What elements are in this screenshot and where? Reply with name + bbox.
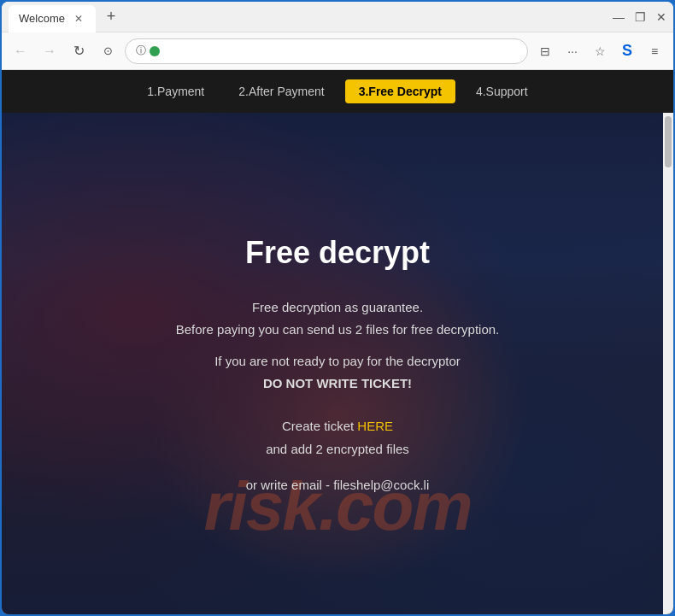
title-bar: Welcome ✕ + — ❐ ✕ — [2, 2, 673, 32]
forward-button[interactable]: → — [38, 39, 62, 63]
main-area: risk.com Free decrypt Free decryption as… — [2, 113, 673, 614]
home-button[interactable]: ⊙ — [96, 39, 120, 63]
ticket-here-link[interactable]: HERE — [357, 419, 393, 433]
page-content: 1.Payment 2.After Payment 3.Free Decrypt… — [2, 70, 673, 614]
menu-icon: ≡ — [651, 44, 658, 58]
info-icon: ⓘ — [136, 44, 146, 58]
email-line: or write email - fileshelp@cock.li — [176, 478, 500, 492]
more-icon: ··· — [567, 44, 578, 58]
new-tab-button[interactable]: + — [99, 5, 123, 29]
account-button[interactable]: S — [615, 39, 639, 63]
account-icon: S — [622, 42, 632, 60]
browser-tab[interactable]: Welcome ✕ — [9, 5, 96, 32]
site-nav: 1.Payment 2.After Payment 3.Free Decrypt… — [2, 70, 673, 113]
back-button[interactable]: ← — [9, 39, 32, 63]
ticket-section: Create ticket HERE and add 2 encrypted f… — [176, 414, 500, 461]
reload-icon: ↻ — [73, 43, 85, 59]
home-icon: ⊙ — [103, 44, 113, 57]
menu-button[interactable]: ≡ — [643, 39, 666, 63]
add-files-line: and add 2 encrypted files — [176, 437, 500, 461]
scrollbar[interactable] — [663, 113, 673, 614]
tab-close-button[interactable]: ✕ — [72, 12, 85, 26]
minimize-button[interactable]: — — [613, 10, 625, 24]
reader-icon: ⊟ — [540, 44, 550, 58]
bookmark-button[interactable]: ☆ — [588, 39, 612, 63]
address-input[interactable] — [165, 44, 517, 57]
nav-support[interactable]: 4.Support — [462, 79, 542, 103]
security-dot — [150, 46, 160, 56]
warning-text: If you are not ready to pay for the decr… — [176, 350, 500, 394]
nav-payment[interactable]: 1.Payment — [133, 79, 218, 103]
browser-window: Welcome ✕ + — ❐ ✕ ← → ↻ ⊙ ⓘ — [2, 2, 673, 614]
more-tools-button[interactable]: ··· — [561, 39, 584, 63]
forward-icon: → — [43, 44, 56, 59]
ticket-line: Create ticket HERE — [176, 414, 500, 437]
page-title: Free decrypt — [176, 235, 500, 271]
nav-free-decrypt[interactable]: 3.Free Decrypt — [345, 79, 455, 103]
bookmark-icon: ☆ — [595, 44, 606, 58]
back-icon: ← — [14, 44, 27, 59]
address-input-container[interactable]: ⓘ — [125, 38, 528, 64]
content-box: Free decrypt Free decryption as guarante… — [159, 218, 517, 509]
reload-button[interactable]: ↻ — [67, 39, 91, 63]
nav-after-payment[interactable]: 2.After Payment — [225, 79, 338, 103]
toolbar-icons: ⊟ ··· ☆ S ≡ — [533, 39, 666, 63]
close-button[interactable]: ✕ — [656, 10, 666, 24]
reader-view-button[interactable]: ⊟ — [533, 39, 557, 63]
tab-title: Welcome — [19, 12, 65, 25]
window-controls: — ❐ ✕ — [613, 10, 666, 24]
maximize-button[interactable]: ❐ — [635, 10, 646, 24]
address-bar: ← → ↻ ⊙ ⓘ ⊟ ··· ☆ — [2, 32, 673, 70]
scrollbar-thumb[interactable] — [665, 116, 672, 167]
guarantee-text: Free decryption as guarantee. Before pay… — [176, 296, 500, 340]
security-info: ⓘ — [136, 44, 160, 58]
